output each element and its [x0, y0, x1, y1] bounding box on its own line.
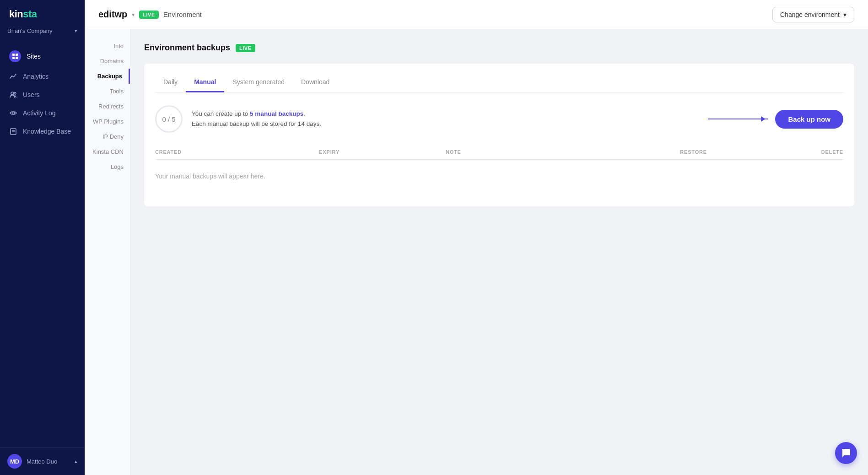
backup-counter-left: 0 / 5 You can create up to 5 manual back…	[155, 105, 321, 133]
backup-tabs: Daily Manual System generated Download	[155, 75, 843, 92]
backup-description: You can create up to 5 manual backups. E…	[192, 109, 321, 129]
backup-card: Daily Manual System generated Download 0…	[144, 64, 854, 206]
backup-desc-line2: Each manual backup will be stored for 14…	[192, 119, 321, 129]
back-up-now-button[interactable]: Back up now	[775, 110, 843, 129]
main-area: editwp ▾ LIVE Environment Change environ…	[85, 0, 868, 475]
subnav-kinsta-cdn[interactable]: Kinsta CDN	[85, 144, 130, 159]
eye-icon	[9, 109, 17, 117]
chat-icon	[841, 448, 851, 458]
subnav-tools[interactable]: Tools	[85, 84, 130, 99]
change-environment-button[interactable]: Change environment ▾	[772, 7, 854, 22]
sidebar-item-activity-log[interactable]: Activity Log	[0, 104, 85, 122]
sidebar-item-label: Knowledge Base	[23, 128, 71, 135]
sidebar-item-knowledge-base[interactable]: Knowledge Base	[0, 122, 85, 140]
backup-table: CREATED EXPIRY NOTE RESTORE DELETE Your …	[155, 146, 843, 193]
col-expiry: EXPIRY	[319, 146, 446, 160]
grid-icon	[9, 50, 21, 62]
tab-daily[interactable]: Daily	[155, 75, 186, 92]
backup-action-area: Back up now	[708, 110, 843, 129]
sidebar-nav: Sites Analytics Users	[0, 42, 85, 447]
subnav-redirects[interactable]: Redirects	[85, 99, 130, 114]
company-selector[interactable]: Brian's Company ▾	[0, 25, 85, 42]
backup-counter: 0 / 5	[155, 105, 183, 133]
sidebar-item-users[interactable]: Users	[0, 86, 85, 104]
chevron-down-icon: ▾	[75, 28, 77, 34]
subnav-domains[interactable]: Domains	[85, 54, 130, 69]
svg-point-4	[11, 92, 14, 95]
col-created: CREATED	[155, 146, 319, 160]
sub-sidebar: Info Domains Backups Tools Redirects WP …	[85, 29, 130, 475]
tab-download[interactable]: Download	[293, 75, 338, 92]
subnav-ip-deny[interactable]: IP Deny	[85, 129, 130, 144]
kinsta-logo: kinsta	[9, 8, 37, 20]
user-name: Matteo Duo	[27, 458, 57, 465]
subnav-backups[interactable]: Backups	[85, 69, 130, 84]
col-delete: DELETE	[707, 146, 843, 160]
svg-point-6	[12, 112, 15, 114]
sidebar-item-sites[interactable]: Sites	[0, 45, 85, 67]
site-dropdown-icon[interactable]: ▾	[132, 11, 135, 18]
page-title: Environment backups	[144, 43, 230, 53]
arrow-icon	[708, 119, 768, 119]
page-live-badge: LIVE	[236, 44, 255, 52]
chevron-down-icon: ▾	[843, 11, 846, 18]
header: editwp ▾ LIVE Environment Change environ…	[85, 0, 868, 29]
subnav-info[interactable]: Info	[85, 38, 130, 54]
subnav-wp-plugins[interactable]: WP Plugins	[85, 114, 130, 129]
avatar: MD	[7, 454, 22, 469]
header-left: editwp ▾ LIVE Environment	[98, 9, 202, 20]
col-restore: RESTORE	[541, 146, 707, 160]
sidebar-item-label: Activity Log	[23, 109, 56, 117]
tab-manual[interactable]: Manual	[186, 75, 224, 92]
content-area: Info Domains Backups Tools Redirects WP …	[85, 29, 868, 475]
chevron-up-icon: ▴	[75, 459, 77, 464]
page-content: Environment backups LIVE Daily Manual Sy…	[130, 29, 868, 475]
subnav-logs[interactable]: Logs	[85, 159, 130, 174]
tab-system-generated[interactable]: System generated	[224, 75, 293, 92]
backup-desc-line1: You can create up to 5 manual backups.	[192, 109, 321, 119]
sidebar: kinsta Brian's Company ▾ Sites An	[0, 0, 85, 475]
page-title-row: Environment backups LIVE	[144, 43, 854, 53]
site-name: editwp	[98, 9, 127, 20]
svg-point-5	[14, 92, 16, 94]
users-icon	[9, 91, 17, 99]
sidebar-item-label: Sites	[27, 53, 41, 60]
empty-state-message: Your manual backups will appear here.	[155, 160, 843, 193]
svg-rect-1	[16, 54, 18, 56]
svg-rect-2	[12, 57, 15, 59]
backup-info-row: 0 / 5 You can create up to 5 manual back…	[155, 105, 843, 133]
logo-area: kinsta	[0, 0, 85, 25]
live-badge: LIVE	[139, 11, 158, 19]
col-note: NOTE	[446, 146, 541, 160]
company-name: Brian's Company	[7, 27, 53, 34]
book-icon	[9, 127, 17, 135]
svg-rect-3	[16, 57, 18, 59]
chat-widget[interactable]	[835, 442, 857, 464]
sidebar-item-analytics[interactable]: Analytics	[0, 67, 85, 86]
env-label: Environment	[163, 11, 202, 18]
user-footer[interactable]: MD Matteo Duo ▴	[0, 447, 85, 475]
sidebar-item-label: Users	[23, 91, 40, 98]
analytics-icon	[9, 72, 17, 81]
sidebar-item-label: Analytics	[23, 73, 49, 80]
svg-rect-0	[12, 54, 15, 56]
empty-state-row: Your manual backups will appear here.	[155, 160, 843, 193]
user-info: MD Matteo Duo	[7, 454, 57, 469]
